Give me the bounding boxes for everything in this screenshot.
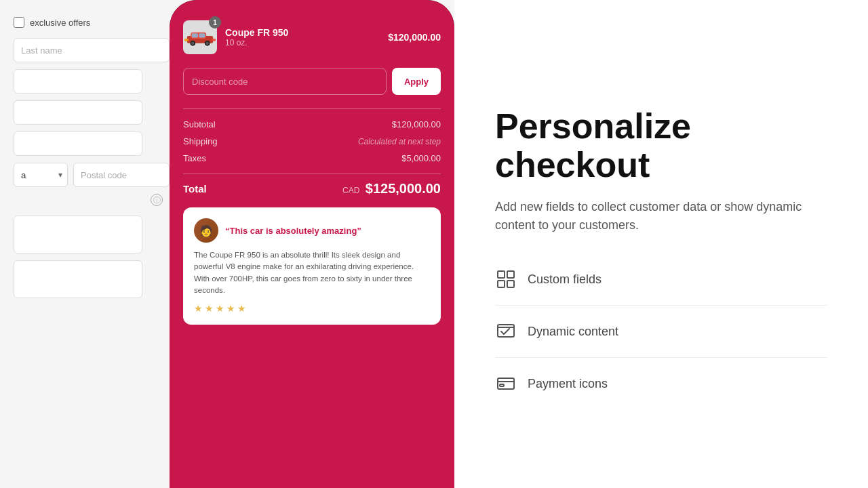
svg-rect-16 xyxy=(500,384,504,386)
svg-rect-2 xyxy=(192,33,198,37)
device-screen: 1 Coupe FR 950 10 oz. $120,000.00 Apply … xyxy=(170,0,454,488)
dynamic-content-icon xyxy=(495,321,517,342)
exclusive-offers-row: exclusive offers xyxy=(14,14,170,31)
taxes-value: $5,000.00 xyxy=(401,153,441,163)
feature-payment-icons: Payment icons xyxy=(495,373,827,394)
svg-point-5 xyxy=(191,42,195,45)
address-input-1[interactable] xyxy=(14,69,142,94)
star-2: ★ xyxy=(205,303,214,314)
shipping-label: Shipping xyxy=(183,136,218,146)
product-info: Coupe FR 950 10 oz. xyxy=(225,27,288,47)
payment-icons-icon xyxy=(495,373,517,394)
total-value-group: CAD $125,000.00 xyxy=(342,181,441,197)
info-icon[interactable]: ⓘ xyxy=(151,194,163,206)
shipping-row: Shipping Calculated at next step xyxy=(183,136,441,146)
shipping-value: Calculated at next step xyxy=(358,137,441,146)
exclusive-offers-label: exclusive offers xyxy=(30,18,90,28)
star-4: ★ xyxy=(226,303,235,314)
stars-row: ★ ★ ★ ★ ★ xyxy=(194,303,430,314)
province-select-wrap: a xyxy=(14,163,68,187)
custom-fields-label: Custom fields xyxy=(528,272,601,287)
total-label: Total xyxy=(183,183,207,195)
discount-input[interactable] xyxy=(183,68,387,95)
product-item: 1 Coupe FR 950 10 oz. $120,000.00 xyxy=(183,20,441,54)
svg-rect-10 xyxy=(498,271,505,278)
svg-point-7 xyxy=(205,42,209,45)
car-icon xyxy=(184,27,216,47)
svg-rect-15 xyxy=(498,378,514,389)
subtotal-label: Subtotal xyxy=(183,119,216,129)
product-qty: 10 oz. xyxy=(225,38,288,47)
subtotal-row: Subtotal $120,000.00 xyxy=(183,119,441,129)
hero-subtitle: Add new fields to collect customer data … xyxy=(495,198,821,235)
svg-rect-12 xyxy=(498,281,505,287)
svg-rect-3 xyxy=(199,33,205,37)
tall-input-1[interactable] xyxy=(14,216,142,253)
svg-rect-8 xyxy=(184,39,189,41)
hero-title: Personalize checkout xyxy=(495,107,827,184)
province-select[interactable]: a xyxy=(14,163,68,187)
address-input-3[interactable] xyxy=(14,131,142,156)
divider-2 xyxy=(495,357,827,358)
total-row: Total CAD $125,000.00 xyxy=(183,174,441,197)
name-row xyxy=(14,38,170,62)
product-img-wrap: 1 xyxy=(183,20,217,54)
feature-dynamic-content: Dynamic content xyxy=(495,321,827,342)
svg-rect-9 xyxy=(212,39,216,41)
apply-button[interactable]: Apply xyxy=(392,68,441,95)
features-list: Custom fields Dynamic content xyxy=(495,268,827,394)
left-checkout-panel: exclusive offers a ⓘ xyxy=(0,0,170,488)
taxes-label: Taxes xyxy=(183,153,206,163)
total-currency: CAD xyxy=(342,186,359,195)
discount-row: Apply xyxy=(183,68,441,95)
taxes-row: Taxes $5,000.00 xyxy=(183,153,441,163)
total-value: $125,000.00 xyxy=(366,181,441,196)
payment-icons-label: Payment icons xyxy=(528,377,608,391)
dynamic-content-label: Dynamic content xyxy=(528,325,618,339)
postal-row: a xyxy=(14,163,170,187)
checkout-content: 1 Coupe FR 950 10 oz. $120,000.00 Apply … xyxy=(170,0,454,338)
svg-rect-13 xyxy=(507,281,514,287)
svg-rect-11 xyxy=(507,271,514,278)
device-frame: 1 Coupe FR 950 10 oz. $120,000.00 Apply … xyxy=(170,0,454,488)
star-5: ★ xyxy=(237,303,246,314)
address-input-2[interactable] xyxy=(14,100,142,125)
star-3: ★ xyxy=(216,303,224,314)
review-title: “This car is absolutely amazing” xyxy=(225,226,361,236)
review-body: The Coupe FR 950 is an absolute thrill! … xyxy=(194,249,430,296)
svg-rect-14 xyxy=(498,325,514,337)
star-1: ★ xyxy=(194,303,203,314)
info-row: ⓘ xyxy=(14,194,170,206)
right-panel: Personalize checkout Add new fields to c… xyxy=(454,0,868,488)
postal-input[interactable] xyxy=(73,163,170,187)
product-price: $120,000.00 xyxy=(388,32,441,43)
review-card: 🧑 “This car is absolutely amazing” The C… xyxy=(183,207,441,325)
last-name-input[interactable] xyxy=(14,38,170,62)
feature-custom-fields: Custom fields xyxy=(495,268,827,290)
reviewer-avatar: 🧑 xyxy=(194,218,218,243)
custom-fields-icon xyxy=(495,268,517,290)
exclusive-offers-checkbox[interactable] xyxy=(14,17,24,28)
subtotal-value: $120,000.00 xyxy=(392,119,441,129)
tall-input-2[interactable] xyxy=(14,260,142,298)
divider-1 xyxy=(495,305,827,306)
product-left: 1 Coupe FR 950 10 oz. xyxy=(183,20,288,54)
product-name: Coupe FR 950 xyxy=(225,27,288,38)
price-breakdown: Subtotal $120,000.00 Shipping Calculated… xyxy=(183,108,441,163)
product-badge: 1 xyxy=(209,16,221,28)
reviewer-row: 🧑 “This car is absolutely amazing” xyxy=(194,218,430,243)
